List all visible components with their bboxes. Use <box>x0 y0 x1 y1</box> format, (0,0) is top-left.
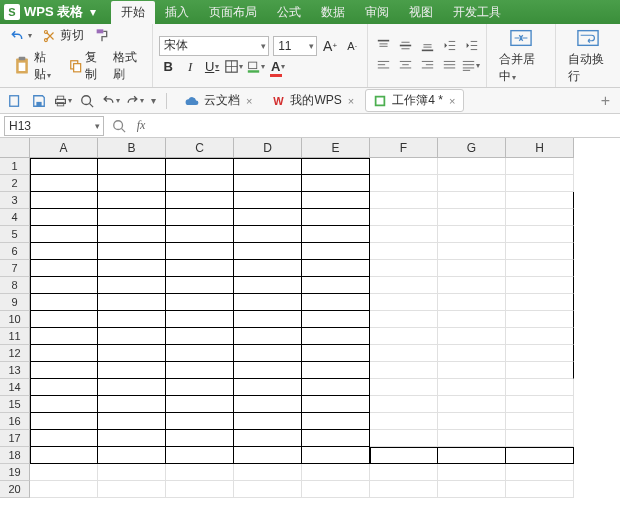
cell-C3[interactable] <box>166 192 234 209</box>
row-header-13[interactable]: 13 <box>0 362 30 379</box>
cell-C20[interactable] <box>166 481 234 498</box>
cell-B19[interactable] <box>98 464 166 481</box>
cell-H1[interactable] <box>506 158 574 175</box>
col-header-H[interactable]: H <box>506 138 574 158</box>
row-header-18[interactable]: 18 <box>0 447 30 464</box>
indent-increase-button[interactable] <box>462 37 480 55</box>
row-header-11[interactable]: 11 <box>0 328 30 345</box>
cell-D20[interactable] <box>234 481 302 498</box>
undo-button[interactable]: ▾ <box>6 27 35 45</box>
cell-A17[interactable] <box>30 430 98 447</box>
cell-G19[interactable] <box>438 464 506 481</box>
align-justify-button[interactable] <box>440 57 458 75</box>
cell-G12[interactable] <box>438 345 506 362</box>
menu-tab-5[interactable]: 审阅 <box>355 1 399 24</box>
cell-D5[interactable] <box>234 226 302 243</box>
borders-button[interactable]: ▾ <box>225 58 243 76</box>
row-header-7[interactable]: 7 <box>0 260 30 277</box>
cell-E19[interactable] <box>302 464 370 481</box>
cell-G8[interactable] <box>438 277 506 294</box>
cell-E3[interactable] <box>302 192 370 209</box>
cell-A8[interactable] <box>30 277 98 294</box>
decrease-font-button[interactable]: A- <box>343 37 361 55</box>
cell-G2[interactable] <box>438 175 506 192</box>
cell-B13[interactable] <box>98 362 166 379</box>
align-distribute-button[interactable]: ▾ <box>462 57 480 75</box>
cell-A19[interactable] <box>30 464 98 481</box>
cell-H10[interactable] <box>506 311 574 328</box>
bold-button[interactable]: B <box>159 58 177 76</box>
font-family-select[interactable]: 宋体 <box>159 36 269 56</box>
cell-F1[interactable] <box>370 158 438 175</box>
indent-decrease-button[interactable] <box>440 37 458 55</box>
row-header-1[interactable]: 1 <box>0 158 30 175</box>
cell-A13[interactable] <box>30 362 98 379</box>
cell-C8[interactable] <box>166 277 234 294</box>
formula-input[interactable] <box>152 116 620 136</box>
cell-H7[interactable] <box>506 260 574 277</box>
row-header-4[interactable]: 4 <box>0 209 30 226</box>
cell-C12[interactable] <box>166 345 234 362</box>
cell-E4[interactable] <box>302 209 370 226</box>
align-center-button[interactable] <box>396 57 414 75</box>
wrap-text-button[interactable]: 自动换行 <box>562 25 614 87</box>
cell-A7[interactable] <box>30 260 98 277</box>
cell-C10[interactable] <box>166 311 234 328</box>
cut-button[interactable]: 剪切 <box>39 26 87 45</box>
underline-button[interactable]: U▾ <box>203 58 221 76</box>
cell-D2[interactable] <box>234 175 302 192</box>
cell-E5[interactable] <box>302 226 370 243</box>
menu-tab-4[interactable]: 数据 <box>311 1 355 24</box>
align-left-button[interactable] <box>374 57 392 75</box>
cell-H20[interactable] <box>506 481 574 498</box>
cell-H17[interactable] <box>506 430 574 447</box>
qat-print-button[interactable]: ▾ <box>54 92 72 110</box>
cell-H16[interactable] <box>506 413 574 430</box>
font-size-select[interactable]: 11 <box>273 36 317 56</box>
cell-E9[interactable] <box>302 294 370 311</box>
cell-H12[interactable] <box>506 345 574 362</box>
close-tab-1[interactable]: × <box>346 95 356 107</box>
cell-F18[interactable] <box>370 447 438 464</box>
cell-C18[interactable] <box>166 447 234 464</box>
cell-B14[interactable] <box>98 379 166 396</box>
cell-D6[interactable] <box>234 243 302 260</box>
cell-B18[interactable] <box>98 447 166 464</box>
cell-C2[interactable] <box>166 175 234 192</box>
cell-C14[interactable] <box>166 379 234 396</box>
cell-A4[interactable] <box>30 209 98 226</box>
row-header-8[interactable]: 8 <box>0 277 30 294</box>
cell-A15[interactable] <box>30 396 98 413</box>
col-header-F[interactable]: F <box>370 138 438 158</box>
cell-A14[interactable] <box>30 379 98 396</box>
font-color-button[interactable]: A▾ <box>269 58 287 76</box>
cell-H13[interactable] <box>506 362 574 379</box>
cell-A20[interactable] <box>30 481 98 498</box>
name-box[interactable]: H13 <box>4 116 104 136</box>
align-top-button[interactable] <box>374 37 392 55</box>
paste-button[interactable]: 粘贴▾ <box>6 47 62 85</box>
cell-B2[interactable] <box>98 175 166 192</box>
cell-H3[interactable] <box>506 192 574 209</box>
align-bottom-button[interactable] <box>418 37 436 55</box>
cell-F4[interactable] <box>370 209 438 226</box>
cell-A10[interactable] <box>30 311 98 328</box>
cell-D1[interactable] <box>234 158 302 175</box>
row-header-2[interactable]: 2 <box>0 175 30 192</box>
cell-H5[interactable] <box>506 226 574 243</box>
cell-H2[interactable] <box>506 175 574 192</box>
cell-B8[interactable] <box>98 277 166 294</box>
cell-G9[interactable] <box>438 294 506 311</box>
align-right-button[interactable] <box>418 57 436 75</box>
format-painter-button-top[interactable] <box>91 27 113 45</box>
select-all-corner[interactable] <box>0 138 30 158</box>
cell-H6[interactable] <box>506 243 574 260</box>
cell-H9[interactable] <box>506 294 574 311</box>
cell-F17[interactable] <box>370 430 438 447</box>
cell-B7[interactable] <box>98 260 166 277</box>
cell-G1[interactable] <box>438 158 506 175</box>
cell-A16[interactable] <box>30 413 98 430</box>
cell-H8[interactable] <box>506 277 574 294</box>
cell-D11[interactable] <box>234 328 302 345</box>
col-header-B[interactable]: B <box>98 138 166 158</box>
